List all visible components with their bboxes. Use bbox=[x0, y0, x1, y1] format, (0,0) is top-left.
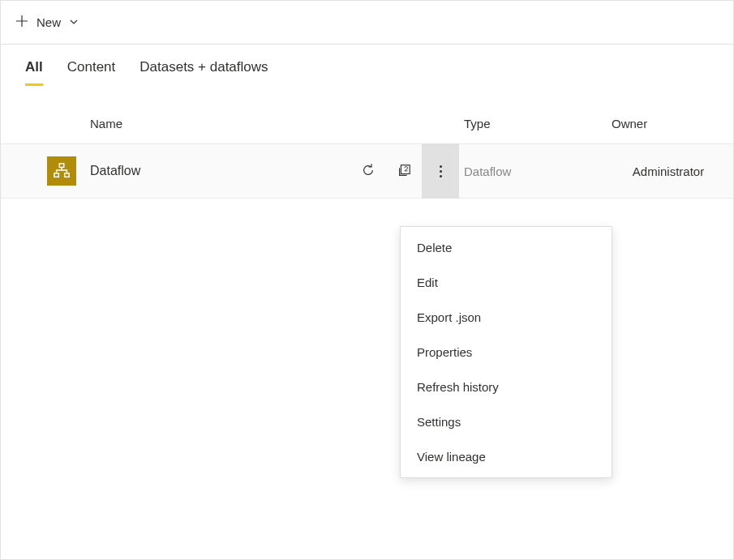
row-owner: Administrator bbox=[612, 165, 733, 178]
schedule-refresh-button[interactable] bbox=[386, 143, 422, 199]
header-owner: Owner bbox=[612, 117, 733, 130]
menu-refresh-history[interactable]: Refresh history bbox=[401, 370, 612, 404]
header-type: Type bbox=[464, 117, 612, 130]
schedule-icon bbox=[397, 163, 411, 180]
tab-content[interactable]: Content bbox=[67, 59, 116, 86]
menu-edit[interactable]: Edit bbox=[401, 265, 612, 300]
new-button[interactable]: New bbox=[12, 10, 82, 35]
menu-export-json[interactable]: Export .json bbox=[401, 300, 612, 335]
refresh-button[interactable] bbox=[350, 143, 386, 199]
chevron-down-icon bbox=[69, 15, 79, 29]
more-icon bbox=[440, 165, 442, 177]
context-menu: Delete Edit Export .json Properties Refr… bbox=[400, 226, 612, 478]
plus-icon bbox=[15, 15, 28, 30]
toolbar: New bbox=[1, 1, 733, 45]
svg-rect-2 bbox=[65, 173, 70, 177]
menu-delete[interactable]: Delete bbox=[401, 230, 612, 265]
new-label: New bbox=[36, 15, 61, 29]
tab-datasets-dataflows[interactable]: Datasets + dataflows bbox=[140, 59, 268, 86]
menu-settings[interactable]: Settings bbox=[401, 404, 612, 439]
row-name: Dataflow bbox=[90, 164, 350, 178]
svg-rect-0 bbox=[59, 164, 64, 168]
table-header: Name Type Owner bbox=[1, 86, 733, 143]
menu-view-lineage[interactable]: View lineage bbox=[401, 439, 612, 474]
tab-all[interactable]: All bbox=[25, 59, 43, 86]
more-options-button[interactable] bbox=[422, 143, 459, 199]
menu-properties[interactable]: Properties bbox=[401, 335, 612, 370]
header-name: Name bbox=[90, 117, 350, 130]
refresh-icon bbox=[361, 163, 376, 180]
tabs: All Content Datasets + dataflows bbox=[1, 45, 733, 86]
dataflow-icon bbox=[47, 156, 76, 186]
svg-rect-1 bbox=[54, 173, 59, 177]
row-type: Dataflow bbox=[464, 165, 612, 178]
table-row[interactable]: Dataflow Dataflow bbox=[1, 143, 733, 199]
